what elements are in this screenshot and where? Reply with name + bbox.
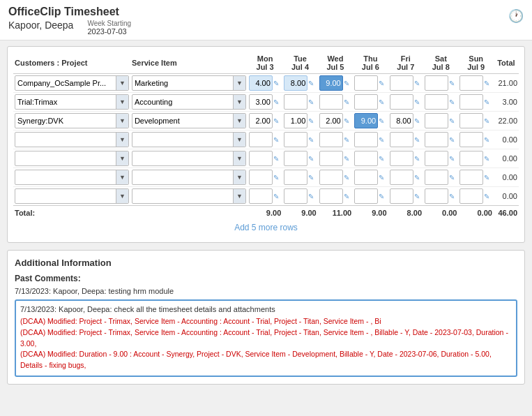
tue-edit-icon[interactable]: ✎	[308, 174, 314, 181]
sun-input[interactable]	[459, 132, 483, 147]
wed-edit-icon[interactable]: ✎	[344, 193, 349, 200]
customer-input[interactable]	[15, 191, 116, 201]
tue-input[interactable]	[284, 170, 307, 185]
sat-edit-icon[interactable]: ✎	[449, 155, 455, 163]
service-input[interactable]	[132, 172, 233, 182]
customer-input[interactable]	[15, 116, 116, 126]
thu-input[interactable]	[354, 188, 378, 204]
thu-edit-icon[interactable]: ✎	[379, 80, 384, 87]
thu-edit-icon[interactable]: ✎	[379, 117, 384, 125]
sun-input[interactable]	[459, 75, 483, 91]
add-rows-link[interactable]: Add 5 more rows	[234, 223, 298, 232]
tue-input[interactable]	[284, 75, 307, 91]
sat-input[interactable]	[425, 75, 448, 91]
sun-edit-icon[interactable]: ✎	[484, 193, 489, 200]
sat-edit-icon[interactable]: ✎	[449, 80, 455, 87]
customer-dropdown-btn[interactable]: ▼	[116, 95, 128, 109]
wed-edit-icon[interactable]: ✎	[344, 98, 349, 106]
tue-edit-icon[interactable]: ✎	[308, 136, 314, 144]
sat-input[interactable]	[425, 170, 448, 185]
sun-input[interactable]	[459, 94, 483, 110]
mon-input[interactable]	[249, 132, 273, 147]
sun-edit-icon[interactable]: ✎	[484, 117, 489, 125]
fri-edit-icon[interactable]: ✎	[414, 136, 420, 144]
fri-input[interactable]	[390, 188, 413, 204]
mon-edit-icon[interactable]: ✎	[273, 174, 279, 181]
thu-input[interactable]	[354, 132, 378, 147]
sun-edit-icon[interactable]: ✎	[484, 174, 489, 181]
sat-edit-icon[interactable]: ✎	[449, 174, 455, 181]
wed-input[interactable]	[319, 75, 343, 91]
mon-input[interactable]	[249, 113, 273, 128]
tue-edit-icon[interactable]: ✎	[308, 98, 314, 106]
mon-edit-icon[interactable]: ✎	[273, 117, 279, 125]
sat-edit-icon[interactable]: ✎	[449, 117, 455, 125]
customer-input[interactable]	[15, 135, 116, 144]
service-input[interactable]	[132, 97, 233, 107]
fri-input[interactable]	[390, 113, 413, 128]
wed-edit-icon[interactable]: ✎	[344, 155, 349, 163]
tue-input[interactable]	[284, 188, 307, 204]
tue-input[interactable]	[284, 132, 307, 147]
history-icon[interactable]: 🕐	[508, 8, 524, 24]
customer-input[interactable]	[15, 97, 116, 107]
service-input[interactable]	[132, 154, 233, 163]
tue-input[interactable]	[284, 113, 307, 128]
service-dropdown-btn[interactable]: ▼	[233, 133, 245, 147]
tue-edit-icon[interactable]: ✎	[308, 193, 314, 200]
service-input[interactable]	[132, 116, 233, 126]
sat-input[interactable]	[425, 132, 448, 147]
sun-edit-icon[interactable]: ✎	[484, 136, 489, 144]
thu-edit-icon[interactable]: ✎	[379, 193, 384, 200]
tue-input[interactable]	[284, 151, 307, 166]
customer-dropdown-btn[interactable]: ▼	[116, 76, 128, 90]
fri-input[interactable]	[390, 132, 413, 147]
fri-input[interactable]	[390, 94, 413, 110]
fri-edit-icon[interactable]: ✎	[414, 174, 420, 181]
sun-input[interactable]	[459, 188, 483, 204]
service-dropdown-btn[interactable]: ▼	[233, 151, 245, 165]
sat-input[interactable]	[425, 94, 448, 110]
service-dropdown-btn[interactable]: ▼	[233, 95, 245, 109]
thu-input[interactable]	[354, 113, 378, 128]
sun-edit-icon[interactable]: ✎	[484, 80, 489, 87]
mon-input[interactable]	[249, 188, 273, 204]
customer-dropdown-btn[interactable]: ▼	[116, 189, 128, 203]
customer-dropdown-btn[interactable]: ▼	[116, 114, 128, 128]
mon-edit-icon[interactable]: ✎	[273, 193, 279, 200]
wed-input[interactable]	[319, 188, 343, 204]
service-dropdown-btn[interactable]: ▼	[233, 114, 245, 128]
customer-dropdown-btn[interactable]: ▼	[116, 133, 128, 147]
sun-edit-icon[interactable]: ✎	[484, 98, 489, 106]
wed-edit-icon[interactable]: ✎	[344, 136, 349, 144]
service-input[interactable]	[132, 135, 233, 144]
customer-input[interactable]	[15, 78, 116, 88]
fri-input[interactable]	[390, 170, 413, 185]
customer-dropdown-btn[interactable]: ▼	[116, 151, 128, 165]
mon-edit-icon[interactable]: ✎	[273, 98, 279, 106]
service-input[interactable]	[132, 78, 233, 88]
thu-input[interactable]	[354, 170, 378, 185]
sun-input[interactable]	[459, 113, 483, 128]
service-dropdown-btn[interactable]: ▼	[233, 189, 245, 203]
thu-edit-icon[interactable]: ✎	[379, 174, 384, 181]
mon-input[interactable]	[249, 170, 273, 185]
fri-edit-icon[interactable]: ✎	[414, 193, 420, 200]
customer-dropdown-btn[interactable]: ▼	[116, 170, 128, 184]
mon-input[interactable]	[249, 94, 273, 110]
thu-edit-icon[interactable]: ✎	[379, 155, 384, 163]
fri-input[interactable]	[390, 151, 413, 166]
sat-input[interactable]	[425, 113, 448, 128]
wed-input[interactable]	[319, 94, 343, 110]
sat-edit-icon[interactable]: ✎	[449, 136, 455, 144]
mon-edit-icon[interactable]: ✎	[273, 80, 279, 87]
service-dropdown-btn[interactable]: ▼	[233, 170, 245, 184]
sat-edit-icon[interactable]: ✎	[449, 193, 455, 200]
wed-input[interactable]	[319, 132, 343, 147]
sun-input[interactable]	[459, 151, 483, 166]
tue-edit-icon[interactable]: ✎	[308, 117, 314, 125]
fri-edit-icon[interactable]: ✎	[414, 155, 420, 163]
sat-input[interactable]	[425, 151, 448, 166]
sat-edit-icon[interactable]: ✎	[449, 98, 455, 106]
service-input[interactable]	[132, 191, 233, 201]
